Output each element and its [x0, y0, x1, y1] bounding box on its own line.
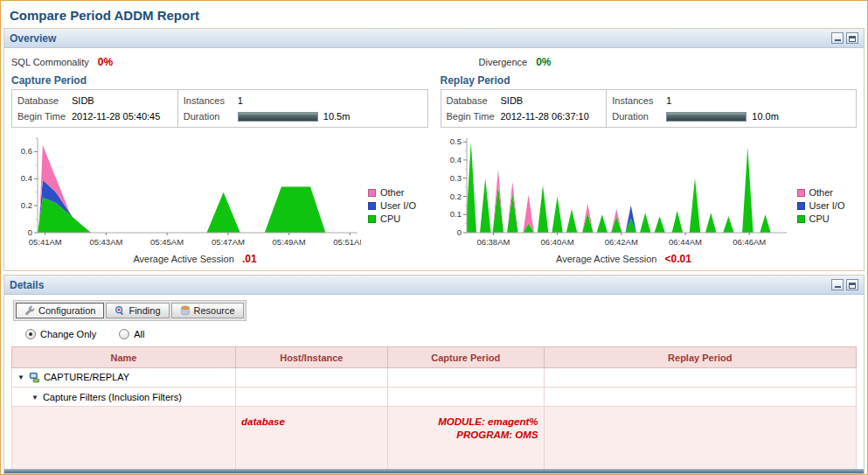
svg-text:0.6: 0.6: [21, 146, 32, 156]
radio-button-icon: [25, 329, 36, 339]
tab-finding[interactable]: Finding: [106, 303, 169, 318]
radio-label: All: [134, 329, 144, 339]
legend-item-other: Other: [797, 188, 845, 198]
expand-caret-icon[interactable]: ▼: [17, 374, 24, 381]
replay-period-cell: [544, 388, 856, 407]
svg-text:06:38AM: 06:38AM: [476, 237, 510, 247]
table-header-row: Name Host/Instance Capture Period Replay…: [12, 347, 857, 368]
legend-item-cpu: CPU: [797, 214, 845, 224]
name-cell: ▼CAPTURE/REPLAY: [12, 368, 236, 388]
aas-label: Average Active Session: [556, 254, 656, 264]
restore-icon[interactable]: [846, 279, 858, 290]
replay-info-right: Instances 1 Duration 10.0m: [607, 90, 856, 127]
divergence-label: Divergence: [479, 57, 528, 67]
capture-info-right: Instances 1 Duration 10.5m: [178, 90, 427, 127]
database-value: SIDB: [72, 95, 94, 106]
instances-value: 1: [238, 95, 243, 106]
restore-icon[interactable]: [846, 32, 858, 44]
capture-period-heading: Capture Period: [11, 74, 428, 87]
replay-period-active-sessions-chart: 00.10.20.30.40.506:38AM06:40AM06:42AM06:…: [441, 133, 790, 250]
tab-label: Finding: [128, 305, 160, 316]
tab-resource[interactable]: Resource: [171, 303, 244, 318]
table-row: databaseMODULE: emagent%PROGRAM: OMS: [12, 407, 857, 474]
svg-text:0.2: 0.2: [21, 200, 32, 210]
duration-bar-fill: [239, 113, 317, 121]
duration-bar: [666, 112, 746, 122]
svg-text:05:47AM: 05:47AM: [212, 237, 245, 247]
radio-label: Change Only: [40, 329, 96, 339]
instances-label: Instances: [184, 95, 238, 106]
svg-text:0: 0: [28, 227, 32, 237]
legend-swatch-icon: [368, 215, 376, 223]
svg-text:05:49AM: 05:49AM: [273, 237, 306, 247]
svg-text:0: 0: [456, 227, 461, 237]
capture-period-info-box: Database SIDB Begin Time 2012-11-28 05:4…: [11, 89, 428, 128]
svg-text:05:45AM: 05:45AM: [150, 237, 184, 247]
duration-label: Duration: [612, 111, 666, 122]
svg-text:06:42AM: 06:42AM: [604, 237, 637, 247]
compare-period-addm-report-page: Compare Period ADDM Report Overview SQL …: [0, 0, 868, 475]
database-label: Database: [17, 95, 72, 106]
column-header-host-instance: Host/Instance: [235, 347, 387, 368]
details-panel-header: Details: [4, 276, 864, 295]
replay-period-info-box: Database SIDB Begin Time 2012-11-28 06:3…: [441, 89, 858, 128]
view-filter-radios: Change OnlyAll: [25, 329, 857, 339]
host-instance-cell: database: [235, 407, 387, 474]
host-instance-cell: [235, 388, 387, 407]
page-title: Compare Period ADDM Report: [1, 1, 867, 28]
resource-icon: [180, 305, 191, 316]
finding-icon: [115, 305, 125, 316]
duration-value: 10.0m: [752, 111, 779, 122]
replay-column: Divergence 0% Replay Period Database SID…: [441, 52, 858, 265]
capture-period-active-sessions-chart: 00.20.40.605:41AM05:43AM05:45AM05:47AM05…: [11, 133, 361, 250]
configuration-table: Name Host/Instance Capture Period Replay…: [11, 346, 857, 473]
table-row: ▼Capture Filters (Inclusion Filters): [12, 388, 857, 407]
details-body: ConfigurationFindingResource Change Only…: [4, 295, 864, 473]
legend-label: Other: [809, 188, 834, 198]
replay-info-left: Database SIDB Begin Time 2012-11-28 06:3…: [441, 90, 608, 127]
duration-bar: [238, 112, 318, 122]
legend-swatch-icon: [368, 202, 376, 210]
svg-text:0.4: 0.4: [449, 155, 461, 164]
expand-caret-icon[interactable]: ▼: [31, 394, 38, 402]
capture-info-left: Database SIDB Begin Time 2012-11-28 05:4…: [12, 90, 178, 127]
host-instance-cell: [235, 368, 387, 388]
replay-period-cell: [544, 407, 856, 474]
svg-text:05:41AM: 05:41AM: [29, 237, 62, 247]
legend-swatch-icon: [797, 202, 805, 210]
legend-swatch-icon: [368, 189, 376, 197]
overview-window-controls: [831, 32, 858, 44]
minus-glyph: [835, 286, 841, 288]
svg-text:0.5: 0.5: [449, 136, 461, 146]
database-value: SIDB: [501, 95, 524, 106]
minimize-icon[interactable]: [831, 279, 844, 290]
radio-change-only[interactable]: Change Only: [25, 329, 96, 339]
divergence-value: 0%: [536, 56, 551, 68]
overview-panel-header: Overview: [4, 29, 864, 48]
capture-average-active-session: Average Active Session .01: [11, 253, 378, 265]
svg-text:05:43AM: 05:43AM: [89, 237, 122, 247]
details-window-controls: [831, 279, 858, 290]
details-tabs: ConfigurationFindingResource: [13, 300, 247, 321]
replay-period-chart: 00.10.20.30.40.506:38AM06:40AM06:42AM06:…: [441, 133, 790, 250]
tab-configuration[interactable]: Configuration: [16, 303, 104, 318]
minimize-icon[interactable]: [831, 32, 844, 44]
duration-label: Duration: [184, 111, 238, 122]
wrench-icon: [24, 305, 35, 316]
radio-all[interactable]: All: [119, 329, 144, 339]
details-panel: Details ConfigurationFindingResource Cha…: [3, 275, 865, 474]
column-header-replay-period: Replay Period: [544, 347, 856, 368]
replay-period-heading: Replay Period: [441, 74, 858, 87]
begin-time-value: 2012-11-28 05:40:45: [72, 111, 160, 122]
name-cell: [12, 407, 236, 474]
row-name: CAPTURE/REPLAY: [44, 372, 129, 382]
window-glyph: [849, 283, 856, 289]
column-header-capture-period: Capture Period: [387, 347, 544, 368]
overview-body: SQL Commonality 0% Capture Period Databa…: [4, 48, 864, 270]
sql-commonality-metric: SQL Commonality 0%: [11, 53, 428, 71]
legend-swatch-icon: [797, 189, 805, 197]
horizontal-scrollbar[interactable]: [4, 469, 864, 473]
svg-text:0.4: 0.4: [21, 173, 32, 183]
window-glyph: [849, 36, 856, 42]
replay-average-active-session: Average Active Session <0.01: [441, 253, 808, 265]
